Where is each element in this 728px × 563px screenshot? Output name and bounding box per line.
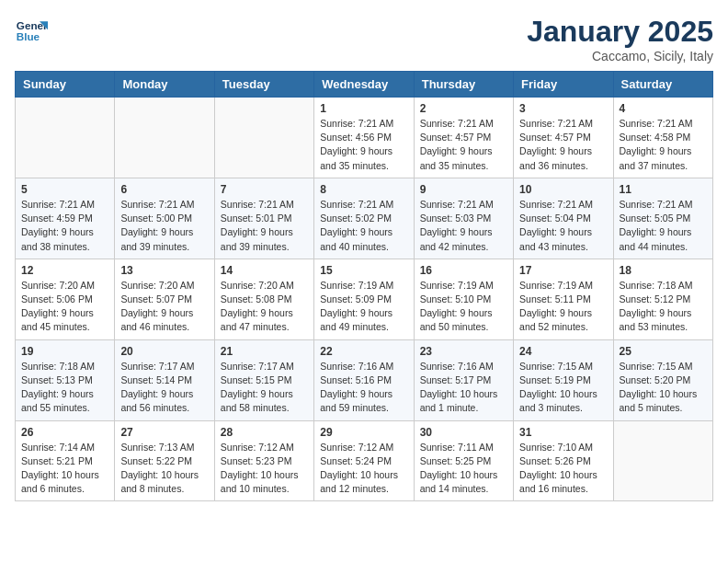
- title-block: January 2025 Caccamo, Sicily, Italy: [527, 15, 713, 63]
- day-number: 29: [320, 426, 407, 439]
- day-number: 27: [120, 426, 208, 439]
- calendar-cell: 29Sunrise: 7:12 AM Sunset: 5:24 PM Dayli…: [314, 420, 414, 501]
- day-number: 18: [620, 264, 707, 277]
- calendar-week-row: 5Sunrise: 7:21 AM Sunset: 4:59 PM Daylig…: [16, 178, 713, 259]
- day-header-saturday: Saturday: [613, 72, 712, 98]
- calendar-cell: 3Sunrise: 7:21 AM Sunset: 4:57 PM Daylig…: [514, 98, 613, 178]
- day-info: Sunrise: 7:16 AM Sunset: 5:16 PM Dayligh…: [320, 360, 407, 416]
- calendar-cell: 10Sunrise: 7:21 AM Sunset: 5:04 PM Dayli…: [514, 178, 613, 259]
- calendar-cell: 13Sunrise: 7:20 AM Sunset: 5:07 PM Dayli…: [115, 259, 214, 339]
- day-info: Sunrise: 7:13 AM Sunset: 5:22 PM Dayligh…: [120, 441, 208, 497]
- day-info: Sunrise: 7:21 AM Sunset: 4:57 PM Dayligh…: [519, 117, 607, 173]
- calendar-cell: 2Sunrise: 7:21 AM Sunset: 4:57 PM Daylig…: [414, 98, 513, 178]
- day-info: Sunrise: 7:12 AM Sunset: 5:24 PM Dayligh…: [320, 441, 407, 497]
- day-info: Sunrise: 7:18 AM Sunset: 5:12 PM Dayligh…: [620, 279, 707, 335]
- day-number: 4: [620, 102, 707, 115]
- day-info: Sunrise: 7:15 AM Sunset: 5:20 PM Dayligh…: [620, 360, 707, 416]
- day-info: Sunrise: 7:19 AM Sunset: 5:11 PM Dayligh…: [519, 279, 607, 335]
- calendar-cell: [613, 420, 712, 501]
- day-number: 28: [221, 426, 308, 439]
- location-subtitle: Caccamo, Sicily, Italy: [527, 49, 713, 63]
- calendar-cell: 1Sunrise: 7:21 AM Sunset: 4:56 PM Daylig…: [314, 98, 414, 178]
- logo-icon: General Blue: [15, 15, 48, 48]
- calendar-cell: 4Sunrise: 7:21 AM Sunset: 4:58 PM Daylig…: [613, 98, 712, 178]
- calendar-cell: [214, 98, 313, 178]
- day-number: 23: [420, 345, 507, 358]
- day-header-monday: Monday: [115, 72, 214, 98]
- calendar-cell: 28Sunrise: 7:12 AM Sunset: 5:23 PM Dayli…: [214, 420, 313, 501]
- calendar-week-row: 19Sunrise: 7:18 AM Sunset: 5:13 PM Dayli…: [16, 339, 713, 420]
- page-header: General Blue January 2025 Caccamo, Sicil…: [15, 15, 713, 63]
- calendar-cell: 9Sunrise: 7:21 AM Sunset: 5:03 PM Daylig…: [414, 178, 513, 259]
- calendar-cell: 26Sunrise: 7:14 AM Sunset: 5:21 PM Dayli…: [16, 420, 115, 501]
- calendar-cell: 24Sunrise: 7:15 AM Sunset: 5:19 PM Dayli…: [514, 339, 613, 420]
- calendar-cell: 23Sunrise: 7:16 AM Sunset: 5:17 PM Dayli…: [414, 339, 513, 420]
- day-info: Sunrise: 7:21 AM Sunset: 4:59 PM Dayligh…: [21, 198, 108, 254]
- calendar-cell: 12Sunrise: 7:20 AM Sunset: 5:06 PM Dayli…: [16, 259, 115, 339]
- day-number: 1: [320, 102, 407, 115]
- day-info: Sunrise: 7:21 AM Sunset: 4:57 PM Dayligh…: [420, 117, 507, 173]
- day-info: Sunrise: 7:21 AM Sunset: 4:56 PM Dayligh…: [320, 117, 407, 173]
- calendar-cell: 21Sunrise: 7:17 AM Sunset: 5:15 PM Dayli…: [214, 339, 313, 420]
- day-info: Sunrise: 7:18 AM Sunset: 5:13 PM Dayligh…: [21, 360, 108, 416]
- day-info: Sunrise: 7:14 AM Sunset: 5:21 PM Dayligh…: [21, 441, 108, 497]
- day-info: Sunrise: 7:17 AM Sunset: 5:14 PM Dayligh…: [120, 360, 208, 416]
- day-header-thursday: Thursday: [414, 72, 513, 98]
- day-info: Sunrise: 7:19 AM Sunset: 5:09 PM Dayligh…: [320, 279, 407, 335]
- day-number: 3: [519, 102, 607, 115]
- day-info: Sunrise: 7:19 AM Sunset: 5:10 PM Dayligh…: [420, 279, 507, 335]
- day-header-wednesday: Wednesday: [314, 72, 414, 98]
- calendar-cell: 18Sunrise: 7:18 AM Sunset: 5:12 PM Dayli…: [613, 259, 712, 339]
- day-number: 16: [420, 264, 507, 277]
- day-number: 7: [221, 183, 308, 196]
- day-info: Sunrise: 7:20 AM Sunset: 5:06 PM Dayligh…: [21, 279, 108, 335]
- calendar-cell: 17Sunrise: 7:19 AM Sunset: 5:11 PM Dayli…: [514, 259, 613, 339]
- day-header-friday: Friday: [514, 72, 613, 98]
- calendar-table: SundayMondayTuesdayWednesdayThursdayFrid…: [15, 71, 713, 501]
- day-info: Sunrise: 7:21 AM Sunset: 5:01 PM Dayligh…: [221, 198, 308, 254]
- day-number: 9: [420, 183, 507, 196]
- day-info: Sunrise: 7:11 AM Sunset: 5:25 PM Dayligh…: [420, 441, 507, 497]
- day-number: 26: [21, 426, 108, 439]
- day-number: 15: [320, 264, 407, 277]
- day-info: Sunrise: 7:20 AM Sunset: 5:08 PM Dayligh…: [221, 279, 308, 335]
- calendar-cell: [115, 98, 214, 178]
- calendar-week-row: 1Sunrise: 7:21 AM Sunset: 4:56 PM Daylig…: [16, 98, 713, 178]
- calendar-cell: 6Sunrise: 7:21 AM Sunset: 5:00 PM Daylig…: [115, 178, 214, 259]
- calendar-cell: 16Sunrise: 7:19 AM Sunset: 5:10 PM Dayli…: [414, 259, 513, 339]
- day-info: Sunrise: 7:10 AM Sunset: 5:26 PM Dayligh…: [519, 441, 607, 497]
- day-info: Sunrise: 7:20 AM Sunset: 5:07 PM Dayligh…: [120, 279, 208, 335]
- calendar-cell: 25Sunrise: 7:15 AM Sunset: 5:20 PM Dayli…: [613, 339, 712, 420]
- day-info: Sunrise: 7:21 AM Sunset: 5:04 PM Dayligh…: [519, 198, 607, 254]
- day-info: Sunrise: 7:15 AM Sunset: 5:19 PM Dayligh…: [519, 360, 607, 416]
- calendar-cell: 8Sunrise: 7:21 AM Sunset: 5:02 PM Daylig…: [314, 178, 414, 259]
- day-number: 13: [120, 264, 208, 277]
- calendar-cell: 15Sunrise: 7:19 AM Sunset: 5:09 PM Dayli…: [314, 259, 414, 339]
- day-number: 11: [620, 183, 707, 196]
- day-number: 12: [21, 264, 108, 277]
- day-number: 14: [221, 264, 308, 277]
- calendar-cell: 20Sunrise: 7:17 AM Sunset: 5:14 PM Dayli…: [115, 339, 214, 420]
- calendar-cell: 22Sunrise: 7:16 AM Sunset: 5:16 PM Dayli…: [314, 339, 414, 420]
- day-info: Sunrise: 7:21 AM Sunset: 5:02 PM Dayligh…: [320, 198, 407, 254]
- day-number: 5: [21, 183, 108, 196]
- calendar-cell: 27Sunrise: 7:13 AM Sunset: 5:22 PM Dayli…: [115, 420, 214, 501]
- calendar-week-row: 12Sunrise: 7:20 AM Sunset: 5:06 PM Dayli…: [16, 259, 713, 339]
- day-number: 6: [120, 183, 208, 196]
- logo: General Blue: [15, 15, 48, 48]
- day-number: 22: [320, 345, 407, 358]
- day-number: 19: [21, 345, 108, 358]
- calendar-week-row: 26Sunrise: 7:14 AM Sunset: 5:21 PM Dayli…: [16, 420, 713, 501]
- calendar-cell: [16, 98, 115, 178]
- month-title: January 2025: [527, 15, 713, 49]
- day-header-tuesday: Tuesday: [214, 72, 313, 98]
- calendar-cell: 30Sunrise: 7:11 AM Sunset: 5:25 PM Dayli…: [414, 420, 513, 501]
- day-number: 30: [420, 426, 507, 439]
- calendar-header-row: SundayMondayTuesdayWednesdayThursdayFrid…: [16, 72, 713, 98]
- svg-text:Blue: Blue: [17, 30, 40, 42]
- day-info: Sunrise: 7:21 AM Sunset: 4:58 PM Dayligh…: [620, 117, 707, 173]
- day-number: 24: [519, 345, 607, 358]
- day-number: 31: [519, 426, 607, 439]
- day-info: Sunrise: 7:17 AM Sunset: 5:15 PM Dayligh…: [221, 360, 308, 416]
- day-info: Sunrise: 7:21 AM Sunset: 5:03 PM Dayligh…: [420, 198, 507, 254]
